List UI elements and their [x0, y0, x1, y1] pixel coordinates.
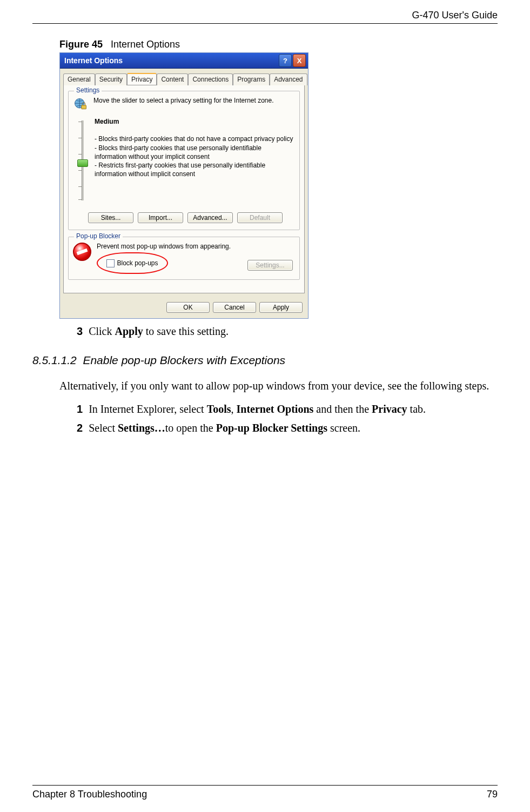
advanced-button[interactable]: Advanced...	[187, 212, 233, 223]
settings-group: Settings Move the slider to select a pri…	[68, 91, 300, 230]
alt-intro: Alternatively, if you only want to allow…	[59, 379, 492, 393]
subheading-num: 8.5.1.1.2	[32, 354, 77, 366]
footer-chapter: Chapter 8 Troubleshooting	[32, 789, 147, 800]
apply-button[interactable]: Apply	[259, 302, 303, 313]
guide-name: G-470 User's Guide	[412, 10, 498, 21]
tab-content[interactable]: Content	[157, 73, 188, 85]
cancel-button[interactable]: Cancel	[213, 302, 256, 313]
sites-button[interactable]: Sites...	[88, 212, 133, 223]
help-icon[interactable]: ?	[279, 54, 292, 67]
dialog-title: Internet Options	[64, 56, 123, 65]
privacy-slider[interactable]	[76, 117, 88, 204]
default-button: Default	[237, 212, 283, 223]
popup-desc: Prevent most pop-up windows from appeari…	[97, 243, 295, 250]
step-num: 3	[77, 325, 83, 337]
step3-bold: Apply	[115, 325, 143, 337]
subheading-title: Enable pop-up Blockers with Exceptions	[83, 354, 285, 366]
block-popups-label: Block pop-ups	[117, 259, 158, 267]
tab-advanced[interactable]: Advanced	[270, 73, 307, 85]
step-num: 2	[77, 422, 83, 434]
step-num: 1	[77, 403, 83, 415]
settings-intro: Move the slider to select a privacy sett…	[93, 97, 274, 112]
dialog-button-row: OK Cancel Apply	[60, 298, 308, 318]
page-footer: Chapter 8 Troubleshooting 79	[32, 785, 498, 800]
tab-general[interactable]: General	[63, 73, 95, 85]
block-popups-checkbox[interactable]	[106, 259, 115, 267]
popup-blocker-group: Pop-up Blocker Prevent most pop-up windo…	[68, 237, 300, 280]
privacy-level: Medium	[95, 118, 119, 125]
slider-description: Medium - Blocks third-party cookies that…	[95, 117, 295, 204]
figure-label: Figure 45	[59, 39, 103, 50]
step-3: 3 Click Apply to save this setting.	[77, 325, 498, 338]
tab-security[interactable]: Security	[95, 73, 127, 85]
step-1: 1 In Internet Explorer, select Tools, In…	[77, 403, 498, 415]
step3-pre: Click	[89, 325, 115, 337]
subheading: 8.5.1.1.2 Enable pop-up Blockers with Ex…	[32, 354, 498, 367]
step3-post: to save this setting.	[143, 325, 229, 337]
tab-panel-privacy: Settings Move the slider to select a pri…	[63, 85, 305, 293]
slider-thumb-icon[interactable]	[77, 159, 88, 167]
ok-button[interactable]: OK	[166, 302, 210, 313]
title-bar[interactable]: Internet Options ? X	[60, 53, 308, 69]
svg-rect-1	[82, 105, 86, 109]
step-2: 2 Select Settings…to open the Pop-up Blo…	[77, 422, 498, 434]
popup-block-icon	[73, 243, 91, 261]
figure-caption: Figure 45 Internet Options	[59, 39, 498, 50]
figure-title: Internet Options	[111, 39, 180, 50]
tab-programs[interactable]: Programs	[233, 73, 270, 85]
page-header: G-470 User's Guide	[32, 10, 498, 24]
tabs-row: General Security Privacy Content Connect…	[60, 69, 308, 85]
highlight-circle: Block pop-ups	[97, 252, 168, 274]
tab-connections[interactable]: Connections	[188, 73, 233, 85]
import-button[interactable]: Import...	[138, 212, 183, 223]
popup-settings-button: Settings...	[247, 260, 293, 271]
globe-lock-icon	[73, 97, 88, 112]
close-icon[interactable]: X	[293, 54, 306, 67]
bullet-1: - Blocks third-party cookies that do not…	[95, 135, 293, 143]
bullet-3: - Restricts first-party cookies that use…	[95, 162, 265, 178]
bullet-2: - Blocks third-party cookies that use pe…	[95, 144, 261, 160]
tab-privacy[interactable]: Privacy	[127, 73, 157, 85]
internet-options-dialog: Internet Options ? X General Security Pr…	[59, 52, 308, 319]
footer-page: 79	[487, 789, 498, 800]
popup-group-label: Pop-up Blocker	[74, 232, 123, 240]
settings-group-label: Settings	[74, 86, 102, 94]
